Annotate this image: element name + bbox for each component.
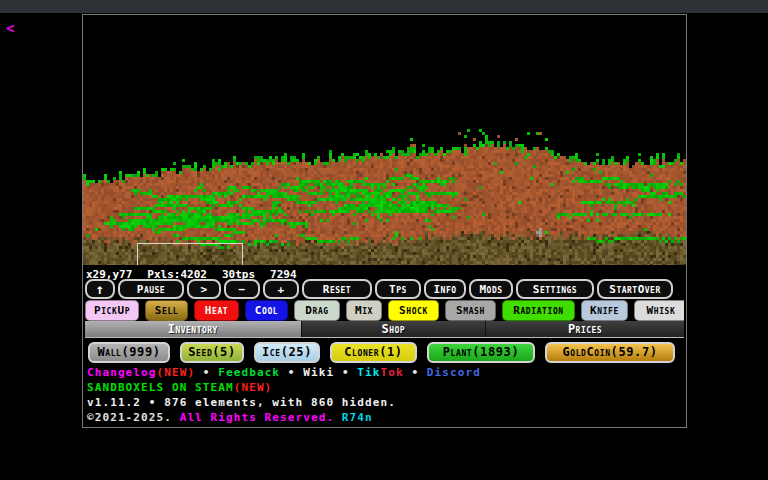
- control-pause-button[interactable]: Pause: [118, 279, 184, 299]
- link--new-: (NEW): [157, 366, 196, 379]
- tab-inventory[interactable]: Inventory: [85, 321, 301, 337]
- control-startover-button[interactable]: StartOver: [597, 279, 673, 299]
- link-tok[interactable]: Tok: [381, 366, 404, 379]
- control-zoom-out-button[interactable]: −: [224, 279, 260, 299]
- category-heat-button[interactable]: Heat: [194, 300, 239, 321]
- inventory-item-cloner[interactable]: Cloner(1): [330, 342, 417, 363]
- inventory-item-seed[interactable]: Seed(5): [180, 342, 244, 363]
- control-info-button[interactable]: Info: [424, 279, 466, 299]
- category-drag-button[interactable]: Drag: [294, 300, 340, 321]
- link-feedback[interactable]: Feedback: [218, 366, 280, 379]
- category-shock-button[interactable]: Shock: [388, 300, 439, 321]
- copyright--2021-2025-: ©2021-2025.: [87, 411, 180, 424]
- controls-row: ↑Pause>−+ResetTpsInfoModsSettingsStartOv…: [85, 279, 684, 299]
- tab-shop[interactable]: Shop: [301, 321, 485, 337]
- copyright-all-rights-reserved-: All Rights Reserved.: [180, 411, 334, 424]
- control-mods-button[interactable]: Mods: [469, 279, 513, 299]
- link-tik[interactable]: Tik: [357, 366, 380, 379]
- link-separator: •: [334, 366, 357, 379]
- window-titlebar: [0, 0, 768, 13]
- version-text: v1.11.2 • 876 elements, with 860 hidden.: [85, 396, 684, 409]
- inventory-item-goldcoin[interactable]: GoldCoin(59.7): [545, 342, 675, 363]
- categories-row: PickUpSellHeatCoolDragMixShockSmashRadia…: [85, 300, 684, 321]
- control-scroll-up-button[interactable]: ↑: [85, 279, 115, 299]
- control-step-button[interactable]: >: [187, 279, 221, 299]
- control-reset-button[interactable]: Reset: [302, 279, 372, 299]
- link-wiki[interactable]: Wiki: [303, 366, 334, 379]
- link-separator: •: [404, 366, 427, 379]
- steam-banner: SANDBOXELS ON STEAM(NEW): [85, 381, 684, 394]
- copyright-line: ©2021-2025. All Rights Reserved. R74n: [85, 411, 684, 424]
- category-knife-button[interactable]: Knife: [581, 300, 628, 321]
- inventory-item-ice[interactable]: Ice(25): [254, 342, 320, 363]
- back-arrow-icon[interactable]: <: [6, 21, 14, 35]
- control-settings-button[interactable]: Settings: [516, 279, 594, 299]
- game-container: x29,y77Pxls:420230tps7294 ↑Pause>−+Reset…: [82, 14, 687, 428]
- link-separator: •: [195, 366, 218, 379]
- simulation-canvas[interactable]: [83, 15, 686, 265]
- link-separator: •: [280, 366, 303, 379]
- category-whisk-button[interactable]: Whisk: [634, 300, 684, 321]
- steam-sandboxels-on-steam[interactable]: SANDBOXELS ON STEAM: [87, 381, 234, 394]
- tab-prices[interactable]: Prices: [485, 321, 684, 337]
- category-cool-button[interactable]: Cool: [245, 300, 288, 321]
- category-sell-button[interactable]: Sell: [145, 300, 188, 321]
- tabs-row: InventoryShopPrices: [85, 321, 684, 338]
- inventory-item-plant[interactable]: Plant(1893): [427, 342, 535, 363]
- footer-links: Changelog(NEW) • Feedback • Wiki • TikTo…: [85, 366, 684, 379]
- inventory-row: Wall(999)Seed(5)Ice(25)Cloner(1)Plant(18…: [85, 342, 684, 363]
- category-pickup-button[interactable]: PickUp: [85, 300, 139, 321]
- control-tps-button[interactable]: Tps: [375, 279, 421, 299]
- link-changelog[interactable]: Changelog: [87, 366, 157, 379]
- link-discord[interactable]: Discord: [427, 366, 481, 379]
- category-radiation-button[interactable]: Radiation: [502, 300, 575, 321]
- inventory-item-wall[interactable]: Wall(999): [88, 342, 170, 363]
- copyright--r74n[interactable]: R74n: [334, 411, 373, 424]
- category-mix-button[interactable]: Mix: [346, 300, 382, 321]
- steam--new-: (NEW): [234, 381, 273, 394]
- category-smash-button[interactable]: Smash: [445, 300, 496, 321]
- control-zoom-in-button[interactable]: +: [263, 279, 299, 299]
